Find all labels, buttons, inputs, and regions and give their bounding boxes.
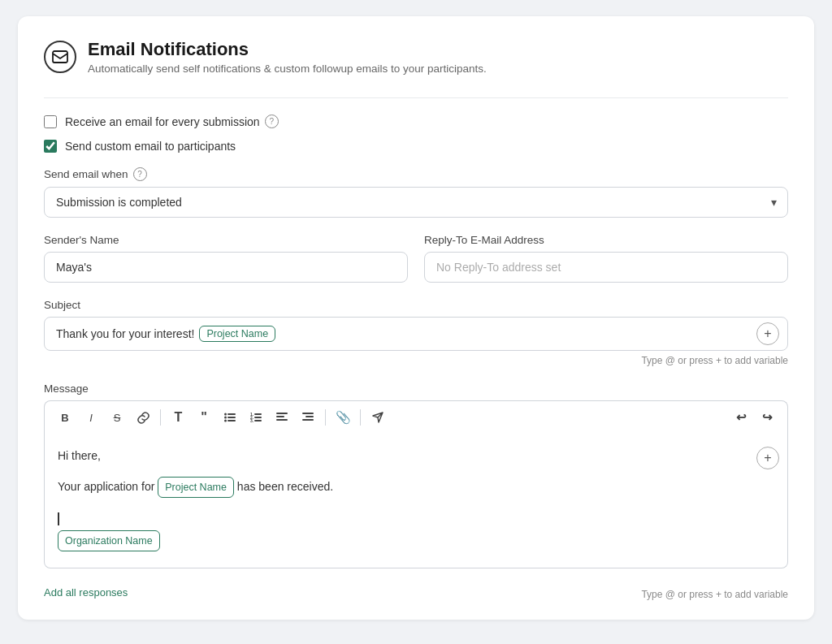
custom-email-checkbox-row: Send custom email to participants <box>44 140 788 153</box>
subject-label: Subject <box>44 299 788 311</box>
svg-rect-0 <box>53 51 67 63</box>
sender-name-group: Sender's Name <box>44 234 408 283</box>
message-label: Message <box>44 383 788 395</box>
heading-button[interactable]: T <box>166 406 190 429</box>
submission-checkbox-label[interactable]: Receive an email for every submission ? <box>65 115 279 128</box>
redo-button[interactable]: ↪ <box>755 406 779 429</box>
send-when-group: Send email when ? Submission is complete… <box>44 167 788 218</box>
message-line-2: Your application for Project Name has be… <box>58 477 752 498</box>
header-text: Email Notifications Automatically send s… <box>88 39 487 75</box>
quote-button[interactable]: " <box>192 406 216 429</box>
page-title: Email Notifications <box>88 39 487 60</box>
svg-rect-17 <box>306 416 314 417</box>
strikethrough-button[interactable]: S <box>105 406 129 429</box>
message-line-4: Organization Name <box>58 530 752 551</box>
send-when-select-wrapper: Submission is completed Submission is ap… <box>44 187 788 218</box>
subject-text: Thank you for your interest! <box>56 327 194 340</box>
send-when-help-icon[interactable]: ? <box>133 167 147 181</box>
svg-text:3.: 3. <box>250 418 254 422</box>
svg-rect-2 <box>228 413 236 415</box>
page-subtitle: Automatically send self notifications & … <box>88 63 487 75</box>
divider <box>44 97 788 98</box>
svg-rect-15 <box>276 419 288 421</box>
message-body[interactable]: + Hi there, Your application for Project… <box>44 434 788 568</box>
send-when-select[interactable]: Submission is completed Submission is ap… <box>44 187 788 218</box>
svg-rect-18 <box>302 419 314 421</box>
message-hint: Type @ or press + to add variable <box>641 589 788 600</box>
email-icon <box>44 41 76 73</box>
subject-group: Subject Thank you for your interest! Pro… <box>44 299 788 366</box>
svg-point-3 <box>224 417 227 419</box>
email-notifications-header: Email Notifications Automatically send s… <box>44 39 788 75</box>
message-variable-project[interactable]: Project Name <box>158 477 234 498</box>
align-left-button[interactable] <box>270 406 294 429</box>
reply-to-label: Reply-To E-Mail Address <box>424 234 788 246</box>
send-email-button[interactable] <box>366 406 390 429</box>
svg-point-1 <box>224 413 227 416</box>
add-all-responses-link[interactable]: Add all responses <box>44 586 128 599</box>
message-line-1: Hi there, <box>58 447 752 465</box>
bold-button[interactable]: B <box>53 406 77 429</box>
svg-rect-14 <box>276 416 284 417</box>
link-button[interactable] <box>131 406 155 429</box>
subject-add-variable-button[interactable]: + <box>756 322 779 345</box>
svg-rect-6 <box>228 420 236 421</box>
submission-checkbox[interactable] <box>44 115 57 128</box>
message-line-3 <box>58 509 752 527</box>
message-bottom-row: Add all responses Type @ or press + to a… <box>44 585 788 600</box>
toolbar-sep-2 <box>325 409 326 426</box>
custom-email-checkbox-label[interactable]: Send custom email to participants <box>65 140 236 153</box>
italic-button[interactable]: I <box>79 406 103 429</box>
undo-button[interactable]: ↩ <box>729 406 753 429</box>
svg-rect-13 <box>276 413 288 414</box>
svg-rect-4 <box>228 417 236 418</box>
subject-variable-tag[interactable]: Project Name <box>199 326 275 342</box>
svg-rect-8 <box>254 413 262 415</box>
svg-rect-12 <box>254 420 262 421</box>
send-when-label: Send email when ? <box>44 167 788 181</box>
svg-rect-16 <box>302 413 314 414</box>
svg-point-5 <box>224 420 227 422</box>
sender-name-input[interactable] <box>44 252 408 283</box>
reply-to-input[interactable] <box>424 252 788 283</box>
message-group: Message B I S T " <box>44 383 788 568</box>
submission-help-icon[interactable]: ? <box>265 115 279 128</box>
undo-redo-group: ↩ ↪ <box>729 406 779 429</box>
message-toolbar: B I S T " <box>44 400 788 434</box>
toolbar-sep-1 <box>160 409 161 426</box>
align-right-button[interactable] <box>296 406 320 429</box>
custom-email-checkbox[interactable] <box>44 140 57 153</box>
subject-field[interactable]: Thank you for your interest! Project Nam… <box>44 317 788 351</box>
attachment-button[interactable]: 📎 <box>331 406 355 429</box>
submission-checkbox-row: Receive an email for every submission ? <box>44 115 788 128</box>
message-variable-org[interactable]: Organization Name <box>58 530 160 551</box>
sender-name-label: Sender's Name <box>44 234 408 246</box>
text-cursor <box>58 512 59 525</box>
reply-to-group: Reply-To E-Mail Address <box>424 234 788 283</box>
toolbar-sep-3 <box>360 409 361 426</box>
unordered-list-button[interactable] <box>218 406 242 429</box>
subject-hint: Type @ or press + to add variable <box>44 355 788 366</box>
svg-rect-10 <box>254 417 262 418</box>
sender-replyto-row: Sender's Name Reply-To E-Mail Address <box>44 234 788 283</box>
message-add-variable-button[interactable]: + <box>756 447 779 469</box>
ordered-list-button[interactable]: 1. 2. 3. <box>244 406 268 429</box>
